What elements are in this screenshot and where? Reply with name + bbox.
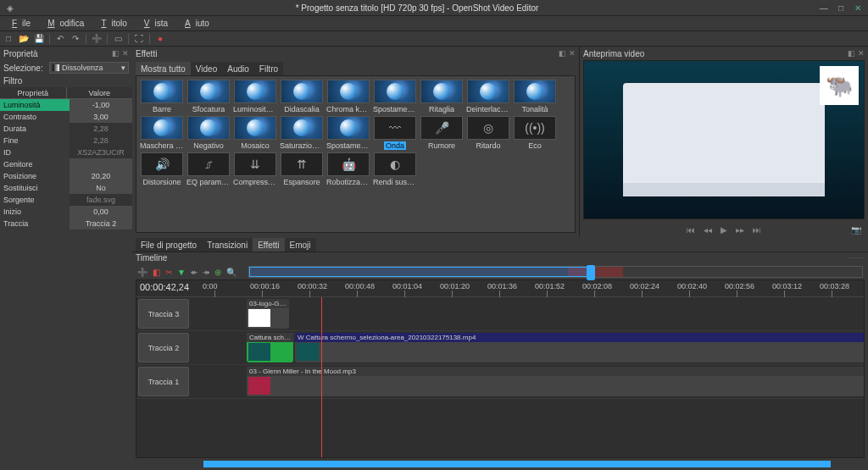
property-row[interactable]: Sorgentefade.svg: [0, 194, 132, 206]
property-row[interactable]: Contrasto3,00: [0, 111, 132, 123]
effect-item[interactable]: Maschera pe...: [140, 116, 184, 150]
razor-button[interactable]: ✂: [165, 268, 172, 277]
effect-item[interactable]: Mosaico: [233, 116, 277, 150]
effects-tab[interactable]: Video: [191, 62, 222, 76]
project-tab[interactable]: File di progetto: [136, 238, 202, 252]
effect-item[interactable]: ◐Rendi sussurro: [373, 152, 417, 186]
undo-button[interactable]: ↶: [53, 33, 67, 45]
effect-item[interactable]: Didascalia: [280, 80, 324, 113]
effect-item[interactable]: Luminosità e...: [233, 80, 277, 113]
effect-item[interactable]: 🔊Distorsione: [140, 152, 184, 186]
effect-item[interactable]: Ritaglia: [420, 80, 464, 113]
timeline-ruler[interactable]: 00:00:42,24 0:0000:00:1600:00:3200:00:48…: [136, 280, 864, 297]
effect-item[interactable]: 〰Onda: [373, 116, 417, 150]
timeline-overview-slider[interactable]: [248, 266, 863, 278]
horizontal-scrollbar[interactable]: [203, 461, 831, 467]
property-value[interactable]: 20,20: [70, 170, 132, 182]
effect-item[interactable]: ◎Ritardo: [466, 116, 510, 150]
import-files-button[interactable]: ➕: [90, 33, 103, 45]
property-value[interactable]: 3,00: [70, 111, 132, 123]
effect-item[interactable]: Saturazione ...: [280, 116, 324, 150]
menu-aiuto[interactable]: Aiuto: [175, 17, 214, 30]
effect-item[interactable]: Chroma key ...: [326, 80, 370, 113]
panel-dock-icons[interactable]: ◧ ✕: [848, 49, 865, 58]
property-value[interactable]: 0,00: [70, 206, 132, 218]
effect-item[interactable]: 🤖Robotizzazio...: [326, 152, 370, 186]
effect-item[interactable]: Negativo: [186, 116, 231, 150]
center-playhead-button[interactable]: ⊕: [214, 268, 221, 277]
property-value[interactable]: 2,28: [70, 135, 132, 147]
menu-vista[interactable]: Vista: [134, 17, 173, 30]
property-row[interactable]: Fine2,28: [0, 135, 132, 147]
playhead[interactable]: [321, 297, 322, 457]
snapshot-button[interactable]: 📷: [851, 225, 861, 235]
step-back-button[interactable]: ◂◂: [704, 225, 712, 235]
app-menu-icon[interactable]: ◈: [4, 2, 16, 14]
effects-tab[interactable]: Audio: [222, 62, 254, 76]
col-name[interactable]: Proprietà: [0, 87, 67, 98]
menu-file[interactable]: File: [2, 17, 36, 30]
effect-item[interactable]: Tonalità: [513, 80, 557, 113]
property-row[interactable]: Durata2,28: [0, 123, 132, 135]
effect-item[interactable]: ((•))Eco: [513, 116, 557, 150]
property-value[interactable]: XS2AZ3UCIR: [70, 147, 132, 158]
track-header[interactable]: Traccia 2: [138, 333, 189, 362]
effect-item[interactable]: Deinterlaccia: [466, 80, 510, 113]
new-project-button[interactable]: □: [2, 33, 15, 45]
profile-button[interactable]: ▭: [111, 33, 125, 45]
clip[interactable]: 03 - Glenn Miller - In the Mood.mp3: [247, 367, 864, 396]
property-value[interactable]: Traccia 2: [70, 218, 132, 229]
panel-dock-icons[interactable]: ◧ ✕: [559, 49, 576, 58]
video-preview[interactable]: 🐃: [583, 60, 865, 219]
drag-handle-icon[interactable]: ⋯⋯: [848, 252, 865, 264]
clip[interactable]: W Cattura schermo_seleziona-area_2021032…: [295, 333, 864, 362]
effect-item[interactable]: 🎤Rumore: [420, 116, 464, 150]
track-lane[interactable]: 03-logo-GNU.png: [191, 297, 864, 330]
jump-end-button[interactable]: ⏭: [753, 225, 761, 235]
snap-button[interactable]: ◧: [153, 268, 160, 277]
redo-button[interactable]: ↷: [69, 33, 82, 45]
track-lane[interactable]: Cattura schermo_sW Cattura schermo_selez…: [191, 331, 864, 364]
effect-item[interactable]: ⎎EQ parametr...: [186, 152, 231, 186]
effect-item[interactable]: Sfocatura: [186, 80, 231, 113]
effects-tab[interactable]: Filtro: [254, 62, 283, 76]
marker-button[interactable]: ▼: [177, 268, 186, 277]
save-project-button[interactable]: 💾: [32, 33, 46, 45]
minimize-button[interactable]: —: [818, 2, 830, 14]
property-value[interactable]: fade.svg: [70, 194, 132, 206]
effect-item[interactable]: Barre: [140, 80, 184, 113]
selection-combo[interactable]: Dissolvenza ▾: [49, 62, 129, 74]
effect-item[interactable]: Spostamento: [326, 116, 370, 150]
property-row[interactable]: TracciaTraccia 2: [0, 218, 132, 229]
maximize-button[interactable]: □: [835, 2, 847, 14]
project-tab[interactable]: Transizioni: [202, 238, 253, 252]
track-lane[interactable]: 03 - Glenn Miller - In the Mood.mp3: [191, 365, 864, 398]
property-row[interactable]: Genitore: [0, 158, 132, 170]
effects-tab[interactable]: Mostra tutto: [136, 62, 191, 76]
jump-start-button[interactable]: ⏮: [687, 225, 695, 235]
clip[interactable]: Cattura schermo_s: [247, 333, 293, 362]
prev-marker-button[interactable]: ↞: [191, 268, 198, 277]
play-button[interactable]: ▶: [721, 225, 727, 235]
property-value[interactable]: 2,28: [70, 123, 132, 135]
close-button[interactable]: ✕: [852, 2, 864, 14]
property-value[interactable]: [70, 158, 132, 170]
property-value[interactable]: No: [70, 182, 132, 194]
track-header[interactable]: Traccia 1: [138, 367, 189, 396]
project-tab[interactable]: Effetti: [253, 238, 284, 252]
step-forward-button[interactable]: ▸▸: [736, 225, 744, 235]
export-button[interactable]: ●: [153, 33, 167, 45]
effect-item[interactable]: ⇊Compressore: [233, 152, 277, 186]
track-header[interactable]: Traccia 3: [138, 299, 189, 329]
clip[interactable]: 03-logo-GNU.png: [247, 299, 289, 329]
open-project-button[interactable]: 📂: [17, 33, 31, 45]
property-value[interactable]: -1,00: [70, 99, 132, 111]
property-row[interactable]: Sostituisci immagineNo: [0, 182, 132, 194]
add-track-button[interactable]: ➕: [137, 268, 147, 277]
property-row[interactable]: IDXS2AZ3UCIR: [0, 147, 132, 158]
panel-dock-icons[interactable]: ◧ ✕: [112, 49, 129, 58]
next-marker-button[interactable]: ↠: [203, 268, 209, 277]
property-row[interactable]: Inizio0,00: [0, 206, 132, 218]
col-value[interactable]: Valore: [67, 87, 133, 98]
property-row[interactable]: Posizione20,20: [0, 170, 132, 182]
